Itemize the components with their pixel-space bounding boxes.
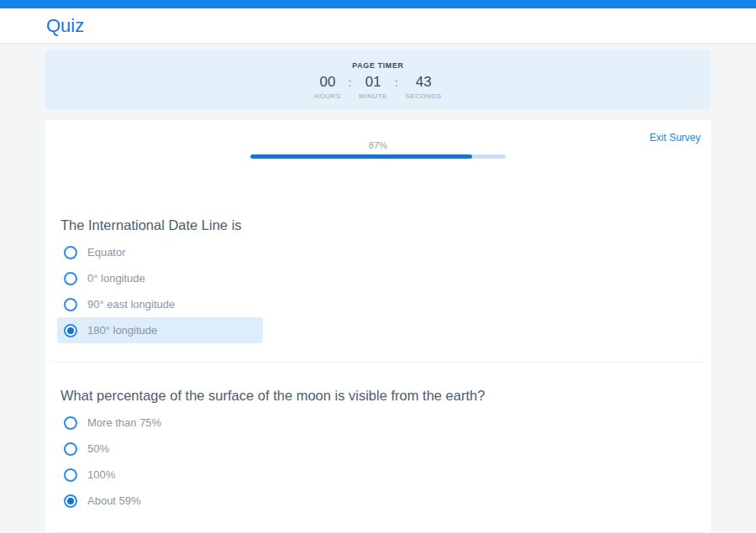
- option-row[interactable]: 180° longitude: [57, 317, 263, 343]
- progress-bar: [250, 154, 506, 159]
- option-label: Equator: [87, 246, 126, 259]
- option-label: More than 75%: [87, 416, 161, 429]
- timer-separator: :: [395, 76, 398, 89]
- option-label: 50%: [87, 442, 109, 455]
- timer-separator: :: [349, 76, 352, 89]
- option-label: 180° longitude: [87, 324, 157, 337]
- exit-survey-link[interactable]: Exit Survey: [649, 132, 701, 144]
- timer-minutes-unit: 01 MINUTE: [359, 74, 387, 100]
- question-title: What percentage of the surface of the mo…: [45, 386, 711, 405]
- survey-card: Exit Survey 87% The International Date L…: [45, 120, 711, 533]
- option-row[interactable]: 0° longitude: [57, 265, 263, 291]
- option-label: 90° east longitude: [87, 298, 175, 311]
- radio-button[interactable]: [64, 468, 77, 482]
- radio-button[interactable]: [64, 324, 77, 337]
- options-list: More than 75% 50% 100% About 59%: [45, 410, 711, 514]
- timer-hours-label: HOURS: [314, 92, 340, 100]
- radio-button[interactable]: [64, 298, 77, 311]
- options-list: Equator 0° longitude 90° east longitude …: [45, 239, 711, 343]
- app-header: Quiz: [0, 8, 756, 44]
- timer-seconds-value: 43: [416, 74, 432, 91]
- divider: [53, 362, 703, 363]
- page-timer: PAGE TIMER 00 HOURS : 01 MINUTE : 43 SEC…: [45, 50, 711, 109]
- option-row[interactable]: 50%: [57, 436, 263, 462]
- radio-button[interactable]: [64, 494, 77, 508]
- option-row[interactable]: 90° east longitude: [57, 291, 263, 317]
- option-row[interactable]: About 59%: [57, 488, 263, 514]
- progress-section: 87%: [250, 120, 506, 159]
- option-label: 0° longitude: [87, 272, 145, 285]
- timer-minutes-label: MINUTE: [359, 92, 387, 100]
- radio-button[interactable]: [64, 442, 77, 456]
- progress-percent-label: 87%: [250, 140, 506, 150]
- option-label: 100%: [87, 468, 115, 481]
- page-container: PAGE TIMER 00 HOURS : 01 MINUTE : 43 SEC…: [45, 50, 711, 533]
- progress-bar-fill: [250, 154, 472, 159]
- question-block-2: What percentage of the surface of the mo…: [45, 386, 711, 514]
- option-row[interactable]: 100%: [57, 462, 263, 488]
- timer-minutes-value: 01: [365, 74, 381, 91]
- timer-readout: 00 HOURS : 01 MINUTE : 43 SECONDS: [314, 74, 441, 100]
- timer-title: PAGE TIMER: [352, 61, 403, 70]
- question-title: The International Date Line is: [45, 216, 711, 234]
- question-block-1: The International Date Line is Equator 0…: [45, 216, 711, 343]
- radio-button[interactable]: [64, 416, 77, 430]
- timer-hours-value: 00: [320, 74, 336, 91]
- top-accent-bar: [0, 0, 756, 8]
- radio-button[interactable]: [64, 246, 77, 259]
- option-label: About 59%: [87, 494, 141, 507]
- timer-seconds-label: SECONDS: [406, 92, 442, 100]
- timer-hours-unit: 00 HOURS: [314, 74, 340, 100]
- radio-button[interactable]: [64, 272, 77, 285]
- timer-seconds-unit: 43 SECONDS: [406, 74, 442, 100]
- option-row[interactable]: Equator: [57, 239, 263, 265]
- page-title: Quiz: [0, 8, 756, 44]
- option-row[interactable]: More than 75%: [57, 410, 263, 436]
